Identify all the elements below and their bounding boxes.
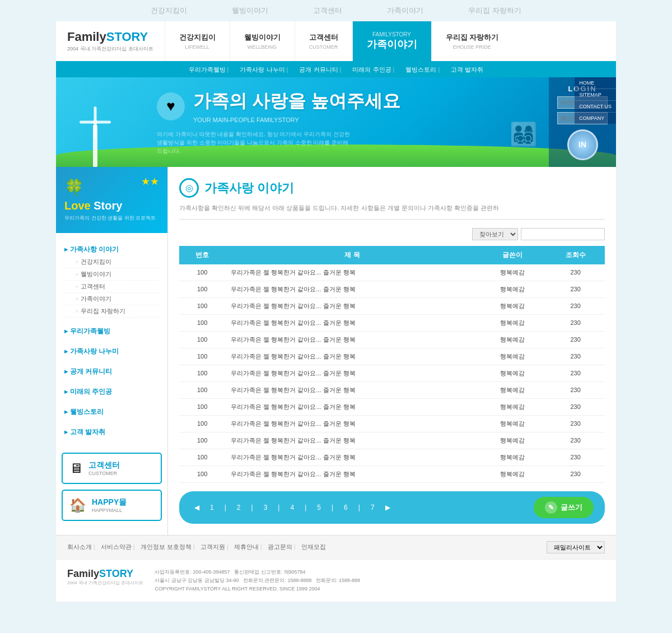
sidebar-widget-happy[interactable]: 🏠 HAPPY몰 HAPPYMALL <box>62 490 162 521</box>
sidebar-section-wellness: 우리가족웰빙 <box>56 320 167 341</box>
nav-tab-customer-label: 고객센터 <box>309 32 338 43</box>
pagination-5[interactable]: 5 <box>313 502 325 513</box>
login-button[interactable]: IN <box>567 129 598 160</box>
right-nav-sitemap[interactable]: SITEMAP <box>575 89 616 101</box>
cell-title: 우리가족은 젤 행복한거 같아요... 즐거운 행복 <box>225 432 479 449</box>
customer-icon: 🖥 <box>69 460 83 476</box>
pagination-4[interactable]: 4 <box>286 502 298 513</box>
cell-no: 100 <box>179 466 225 482</box>
sidebar-section-title-community[interactable]: 공개 커뮤니티 <box>64 367 159 376</box>
nav-tab-customer[interactable]: 고객센터 CUSTOMER <box>295 21 352 61</box>
site-logo: FamilySTORY <box>67 30 153 44</box>
sidebar-section-family: 가족사항 이야기 건강지킴이 웰빙이야기 고객센터 가족이야기 우리집 자랑하기 <box>56 239 167 320</box>
sidebar-clover: 🍀 <box>64 178 84 197</box>
sub-nav-love[interactable]: 가족사랑 나누미 <box>240 66 288 74</box>
cell-views: 230 <box>546 264 605 281</box>
nav-tab-health[interactable]: 건강지킴이 LIFEWELL <box>165 21 230 61</box>
silhouette-person: 👨‍👩‍👧‍👦 <box>510 121 538 147</box>
sub-nav-wellness[interactable]: 우리가족웰빙 <box>189 66 229 74</box>
cell-no: 100 <box>179 264 225 281</box>
table-row[interactable]: 100 우리가족은 젤 행복한거 같아요... 즐거운 행복 행복예감 230 <box>179 314 605 331</box>
footer-link-terms[interactable]: 서비스약관 <box>101 543 135 551</box>
table-row[interactable]: 100 우리가족은 젤 행복한거 같아요... 즐거운 행복 행복예감 230 <box>179 398 605 415</box>
sub-nav-customer-foot[interactable]: 고객 발자취 <box>451 66 483 74</box>
table-row[interactable]: 100 우리가족은 젤 행복한거 같아요... 즐거운 행복 행복예감 230 <box>179 264 605 281</box>
search-input[interactable] <box>521 228 605 240</box>
footer-bottom: FamilySTORY 2004 국내 가족건강리더십 초대사이트 사업자등록번… <box>56 559 616 602</box>
col-header-author: 글쓴이 <box>479 246 547 264</box>
pagination-7[interactable]: 7 <box>367 502 379 513</box>
nav-tab-family[interactable]: FAMILYSTORY 가족이야기 <box>352 21 431 61</box>
heart-icon: ♥ <box>157 92 185 120</box>
sidebar-item-house[interactable]: 우리집 자랑하기 <box>64 305 159 318</box>
table-row[interactable]: 100 우리가족은 젤 행복한거 같아요... 즐거운 행복 행복예감 230 <box>179 331 605 348</box>
sidebar-item-family[interactable]: 가족이야기 <box>64 293 159 305</box>
cell-author: 행복예감 <box>479 432 547 449</box>
pagination-3[interactable]: 3 <box>260 502 272 513</box>
sub-nav-wellbeing-story[interactable]: 웰빙스토리 <box>405 66 440 74</box>
table-row[interactable]: 100 우리가족은 젤 행복한거 같아요... 즐거운 행복 행복예감 230 <box>179 449 605 466</box>
search-select[interactable]: 찾아보기 <box>472 228 518 240</box>
table-row[interactable]: 100 우리가족은 젤 행복한거 같아요... 즐거운 행복 행복예감 230 <box>179 415 605 432</box>
pagination: ◀ 1 | 2 | 3 | 4 | 5 | 6 | 7 ▶ <box>190 502 394 513</box>
nav-tab-house[interactable]: 우리집 자랑하기 EHOUSE PRIDE <box>431 21 513 61</box>
pagination-2[interactable]: 2 <box>233 502 245 513</box>
footer-link-about[interactable]: 회사소개 <box>67 543 95 551</box>
col-header-views: 조회수 <box>546 246 605 264</box>
footer-link-privacy[interactable]: 개인정보 보호정책 <box>141 543 195 551</box>
cell-title: 우리가족은 젤 행복한거 같아요... 즐거운 행복 <box>225 398 479 415</box>
table-row[interactable]: 100 우리가족은 젤 행복한거 같아요... 즐거운 행복 행복예감 230 <box>179 281 605 297</box>
sidebar-section-title-wellness[interactable]: 우리가족웰빙 <box>64 327 159 336</box>
sub-nav-future[interactable]: 미래의 주인공 <box>352 66 394 74</box>
table-row[interactable]: 100 우리가족은 젤 행복한거 같아요... 즐거운 행복 행복예감 230 <box>179 466 605 482</box>
table-row[interactable]: 100 우리가족은 젤 행복한거 같아요... 즐거운 행복 행복예감 230 <box>179 365 605 381</box>
cell-title: 우리가족은 젤 행복한거 같아요... 즐거운 행복 <box>225 381 479 398</box>
right-nav-contact[interactable]: CONTACT US <box>575 101 616 113</box>
table-row[interactable]: 100 우리가족은 젤 행복한거 같아요... 즐거운 행복 행복예감 230 <box>179 297 605 314</box>
right-nav-company[interactable]: COMPANY <box>575 113 616 124</box>
sidebar-section-title-family[interactable]: 가족사항 이야기 <box>64 245 159 254</box>
sidebar-widget-customer[interactable]: 🖥 고객센터 CUSTOMER <box>62 453 162 484</box>
pagination-1[interactable]: 1 <box>206 502 218 513</box>
pagination-6[interactable]: 6 <box>340 502 352 513</box>
nav-tab-wellbeing[interactable]: 웰빙이야기 WELLBEING <box>230 21 295 61</box>
cell-author: 행복예감 <box>479 281 547 297</box>
cell-no: 100 <box>179 314 225 331</box>
table-row[interactable]: 100 우리가족은 젤 행복한거 같아요... 즐거운 행복 행복예감 230 <box>179 381 605 398</box>
sidebar-item-customer[interactable]: 고객센터 <box>64 281 159 293</box>
sidebar-story: Story <box>94 199 122 212</box>
sidebar-item-health[interactable]: 건강지킴이 <box>64 256 159 268</box>
sidebar-section-title-wellbeing-story[interactable]: 웰빙스토리 <box>64 407 159 417</box>
sidebar-item-wellbeing[interactable]: 웰빙이야기 <box>64 268 159 281</box>
cell-author: 행복예감 <box>479 449 547 466</box>
right-nav-home[interactable]: HOME <box>575 77 616 89</box>
pagination-next[interactable]: ▶ <box>381 502 394 513</box>
write-button[interactable]: ✎ 글쓰기 <box>534 497 594 518</box>
cell-title: 우리가족은 젤 행복한거 같아요... 즐거운 행복 <box>225 297 479 314</box>
cell-title: 우리가족은 젤 행복한거 같아요... 즐거운 행복 <box>225 331 479 348</box>
page-desc: 가족사항을 확인하신 뒤에 해당서 아래 상품들을 드립니다. 자세한 사항들은… <box>179 203 605 220</box>
sub-nav-community[interactable]: 공개 커뮤니티 <box>299 66 341 74</box>
footer-link-ad[interactable]: 광고문의 <box>268 543 296 551</box>
footer-link-partner[interactable]: 제휴안내 <box>234 543 262 551</box>
table-row[interactable]: 100 우리가족은 젤 행복한거 같아요... 즐거운 행복 행복예감 230 <box>179 348 605 365</box>
banner-text-area: ♥ 가족의 사랑을 높여주세요 YOUR MAIN-PEOPLE FAMILYS… <box>157 89 400 155</box>
sidebar-section-title-love[interactable]: 가족사랑 나누미 <box>64 347 159 356</box>
footer-link-support[interactable]: 고객지원 <box>200 543 228 551</box>
happy-widget-title: HAPPY몰 <box>92 497 127 508</box>
footer-logo-block: FamilySTORY 2004 국내 가족건강리더십 초대사이트 <box>67 568 143 586</box>
sidebar-section-community: 공개 커뮤니티 <box>56 361 167 381</box>
cell-no: 100 <box>179 331 225 348</box>
cell-views: 230 <box>546 466 605 482</box>
sidebar-section-title-future[interactable]: 미래의 주인공 <box>64 387 159 397</box>
sidebar-section-title-footprint[interactable]: 고객 발자취 <box>64 427 159 437</box>
main-content: ◎ 가족사랑 이야기 가족사항을 확인하신 뒤에 해당서 아래 상품들을 드립니… <box>168 167 616 535</box>
cell-no: 100 <box>179 381 225 398</box>
footer-site-select[interactable]: 패밀리사이트 <box>547 541 605 553</box>
table-row[interactable]: 100 우리가족은 젤 행복한거 같아요... 즐거운 행복 행복예감 230 <box>179 432 605 449</box>
pagination-prev[interactable]: ◀ <box>190 502 203 513</box>
cell-views: 230 <box>546 297 605 314</box>
nav-tab-house-sub: EHOUSE PRIDE <box>453 44 491 50</box>
pagination-sep5: | <box>328 502 337 513</box>
footer-link-recruit[interactable]: 인재모집 <box>301 543 326 551</box>
